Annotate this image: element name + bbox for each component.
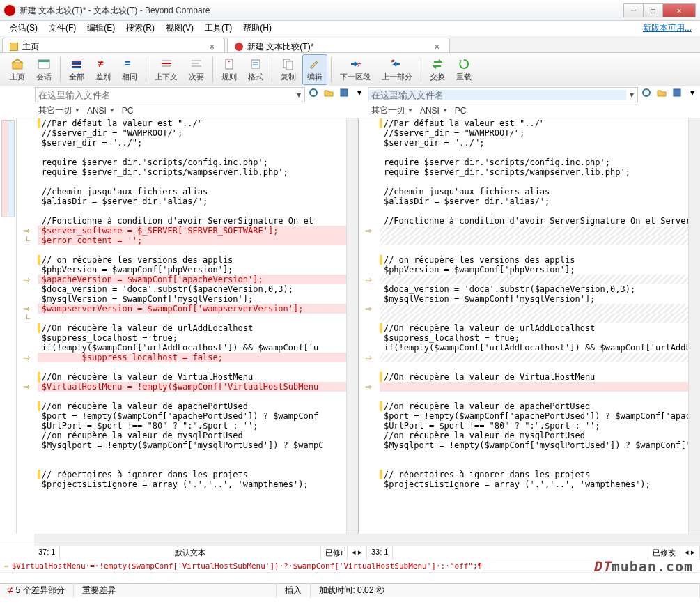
insert-mode: 插入 — [277, 583, 311, 598]
svg-rect-0 — [13, 63, 22, 69]
toolbar-reload[interactable]: 重载 — [451, 54, 476, 85]
toolbar-ctx[interactable]: 上下文 — [150, 54, 182, 85]
document-tabs: 主页 × 新建 文本比较(T)* × — [0, 36, 700, 53]
svg-text:≠: ≠ — [98, 58, 104, 69]
toolbar-minor[interactable]: 次要 — [184, 54, 209, 85]
menu-view[interactable]: 视图(V) — [160, 20, 199, 36]
svg-point-14 — [643, 89, 650, 96]
tab-close-icon[interactable]: × — [210, 42, 215, 52]
app-icon — [4, 5, 15, 16]
scrollbar-h[interactable] — [367, 534, 700, 546]
right-file-input[interactable] — [368, 90, 626, 100]
tab-compare[interactable]: 新建 文本比较(T)* × — [227, 38, 450, 52]
dropdown-icon[interactable]: ▾ — [353, 86, 366, 99]
charset[interactable]: ANSI▼ — [87, 106, 115, 116]
tab-close-icon[interactable]: × — [435, 42, 440, 52]
left-cursor-pos: 37: 1 — [34, 546, 60, 560]
menu-session[interactable]: 会话(S) — [4, 20, 43, 36]
status-bar: ≠5 个差异部分 重要差异 插入 加载时间: 0.02 秒 — [0, 583, 700, 597]
tab-label: 新建 文本比较(T)* — [247, 41, 313, 53]
toolbar-home[interactable]: 主页 — [5, 54, 30, 85]
open-icon[interactable] — [322, 86, 335, 99]
diff-detail-line: ⇨ $VirtualHostMenu·=·!empty($wampConf['V… — [0, 560, 700, 572]
arrow-icon: ⇨ — [4, 562, 9, 571]
dropdown-icon[interactable]: ▾ — [686, 86, 699, 99]
right-file-box: ▾ — [368, 87, 638, 102]
menu-file[interactable]: 文件(F) — [43, 20, 81, 36]
svg-rect-15 — [674, 89, 680, 96]
menu-edit[interactable]: 编辑(E) — [81, 20, 120, 36]
home-icon — [10, 43, 18, 51]
dropdown-icon[interactable]: ▾ — [293, 90, 304, 100]
minimize-button[interactable]: ─ — [623, 3, 644, 17]
history-icon[interactable] — [307, 86, 320, 99]
left-pane: ⇨└⇨⇨└⇨⇨ //Par défaut la valeur est "../"… — [17, 118, 359, 534]
watermark: DTmuban.com — [593, 558, 693, 575]
close-button[interactable]: ✕ — [662, 3, 696, 17]
toolbar-all[interactable]: 全部 — [64, 54, 89, 85]
toolbar-same[interactable]: =相同 — [117, 54, 142, 85]
menu-search[interactable]: 搜索(R) — [120, 20, 160, 36]
encoding-bar: 其它一切▼ ANSI▼ PC 其它一切▼ ANSI▼ PC — [0, 103, 700, 118]
charset[interactable]: ANSI▼ — [420, 106, 448, 116]
tab-label: 主页 — [22, 41, 39, 53]
line-ending[interactable]: PC — [455, 106, 467, 116]
diff-count: ≠5 个差异部分 — [0, 583, 74, 598]
menu-tools[interactable]: 工具(T) — [199, 20, 238, 36]
toolbar-diff[interactable]: ≠差别 — [91, 54, 116, 85]
right-cursor-pos: 33: 1 — [367, 546, 393, 560]
left-code[interactable]: //Par défaut la valeur est "../"//$serve… — [38, 118, 346, 534]
toolbar-rules[interactable]: 规则 — [217, 54, 242, 85]
save-icon[interactable] — [338, 86, 350, 99]
right-code[interactable]: //Par défaut la valeur est "../"//$serve… — [380, 118, 688, 534]
right-gutter: ⇨⇨⇨⇨⇨ — [359, 118, 380, 534]
svg-rect-13 — [341, 89, 348, 96]
left-syntax: 默认文本 — [60, 546, 321, 560]
diff-detail-text: $VirtualHostMenu·=·!empty($wampConf['Vir… — [12, 562, 483, 571]
history-icon[interactable] — [640, 86, 653, 99]
filter-mode[interactable]: 其它一切▼ — [371, 105, 413, 116]
left-modified: 已修i — [321, 546, 347, 560]
right-pane: ⇨⇨⇨⇨⇨ //Par défaut la valeur est "../"//… — [359, 118, 700, 534]
load-time: 加载时间: 0.02 秒 — [311, 583, 700, 598]
scrollbar-v[interactable] — [688, 118, 700, 534]
diff-type: 重要差异 — [74, 583, 277, 598]
svg-text:≠: ≠ — [391, 58, 395, 64]
toolbar-session[interactable]: 会话 — [31, 54, 56, 85]
toolbar: 主页会话全部≠差别=相同上下文次要规则格式复制编辑≠下一区段≠上一部分交换重载 — [0, 53, 700, 86]
line-ending[interactable]: PC — [122, 106, 134, 116]
left-file-input[interactable] — [36, 90, 293, 100]
toolbar-edit[interactable]: 编辑 — [302, 54, 327, 85]
dropdown-icon[interactable]: ▾ — [626, 90, 637, 100]
left-gutter: ⇨└⇨⇨└⇨⇨ — [17, 118, 38, 534]
compare-area: ⇨└⇨⇨└⇨⇨ //Par défaut la valeur est "../"… — [0, 118, 700, 534]
new-version-link[interactable]: 新版本可用... — [643, 22, 692, 34]
menubar: 会话(S) 文件(F) 编辑(E) 搜索(R) 视图(V) 工具(T) 帮助(H… — [0, 21, 700, 36]
tab-home[interactable]: 主页 × — [2, 38, 225, 52]
filter-mode[interactable]: 其它一切▼ — [38, 105, 80, 116]
save-icon[interactable] — [671, 86, 683, 99]
scrollbar-h[interactable] — [34, 534, 367, 546]
scrollbar-v[interactable] — [346, 118, 358, 534]
left-nav[interactable]: ◂ ▸ — [348, 546, 367, 560]
toolbar-nextdiff[interactable]: ≠下一区段 — [335, 54, 375, 85]
toolbar-copy[interactable]: 复制 — [276, 54, 301, 85]
compare-icon — [235, 43, 243, 51]
svg-rect-9 — [286, 61, 293, 70]
maximize-button[interactable]: ☐ — [643, 3, 663, 17]
toolbar-prevdiff[interactable]: ≠上一部分 — [377, 54, 417, 85]
toolbar-format[interactable]: 格式 — [243, 54, 268, 85]
titlebar: 新建 文本比较(T)* - 文本比较(T) - Beyond Compare ─… — [0, 0, 700, 21]
left-file-box: ▾ — [35, 87, 305, 102]
svg-point-6 — [228, 61, 230, 62]
svg-rect-2 — [38, 60, 49, 62]
menu-help[interactable]: 帮助(H) — [238, 20, 277, 36]
file-inputs: ▾ ▾ ▾ ▾ — [0, 86, 700, 103]
thumbnail-view[interactable] — [0, 118, 17, 534]
toolbar-swap[interactable]: 交换 — [425, 54, 450, 85]
svg-rect-7 — [251, 60, 260, 68]
window-title: 新建 文本比较(T)* - 文本比较(T) - Beyond Compare — [20, 5, 624, 17]
svg-text:≠: ≠ — [357, 61, 361, 68]
open-icon[interactable] — [655, 86, 668, 99]
svg-point-12 — [310, 89, 317, 96]
